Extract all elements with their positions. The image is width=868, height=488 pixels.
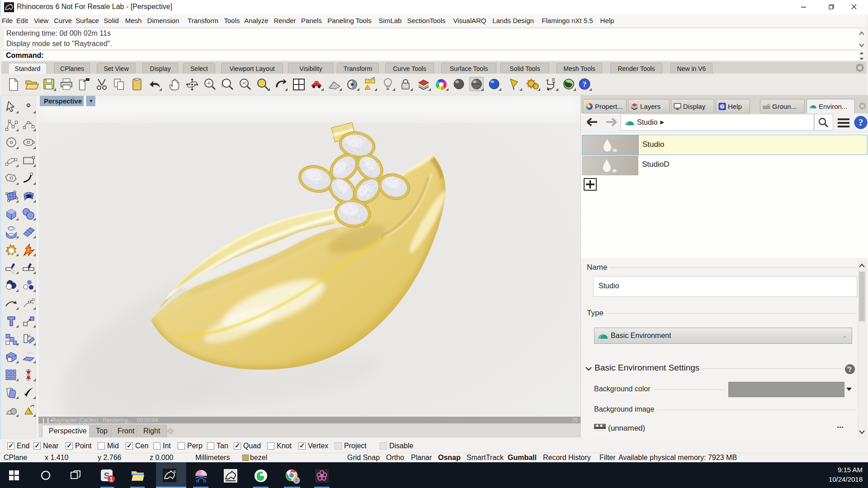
svg-text:?: ?	[848, 366, 852, 373]
svg-text:!: !	[367, 86, 368, 90]
svg-text:1: 1	[110, 476, 113, 483]
svg-text:?: ?	[721, 104, 723, 108]
svg-text:6: 6	[174, 469, 176, 474]
svg-text:?: ?	[583, 80, 587, 89]
svg-text:?: ?	[859, 117, 863, 127]
